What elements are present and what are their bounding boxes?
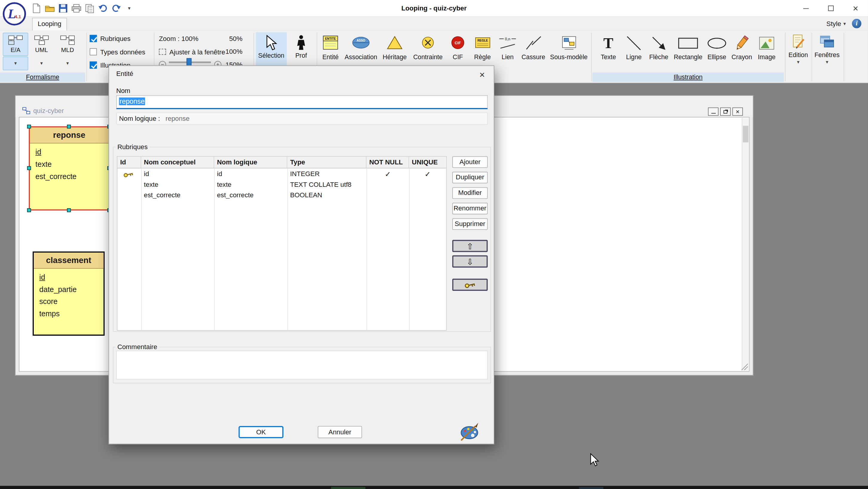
table-header-row: Id Nom conceptuel Nom logique Type NOT N… xyxy=(117,156,446,168)
formalism-ea-dropdown[interactable]: ▾ xyxy=(3,57,28,70)
move-down-button[interactable]: ⇩ xyxy=(452,255,488,267)
tool-entite[interactable]: ENTITE Entité xyxy=(319,33,341,67)
cancel-button[interactable]: Annuler xyxy=(318,426,362,438)
tool-fleche[interactable]: Flèche xyxy=(647,33,671,67)
nom-logique-field[interactable]: Nom logique : reponse xyxy=(116,112,488,125)
checkbox-rubriques[interactable]: Rubriques xyxy=(90,34,130,43)
selection-handle[interactable] xyxy=(27,166,31,170)
entity-reponse[interactable]: reponse id texte est_correcte xyxy=(29,126,110,211)
caret-icon: ▾ xyxy=(826,59,828,65)
scrollbar-thumb[interactable] xyxy=(743,126,748,143)
table-row[interactable]: est_correcte est_correcte BOOLEAN xyxy=(117,190,446,201)
tool-association-label: Association xyxy=(345,54,377,60)
cell-type: BOOLEAN xyxy=(287,190,367,201)
tool-sous-modele-label: Sous-modèle xyxy=(550,54,588,60)
entity-classement[interactable]: classement id date_partie score temps xyxy=(33,251,104,336)
nom-logique-value: reponse xyxy=(165,115,189,122)
cell-unique xyxy=(409,190,446,201)
tool-crayon-label: Crayon xyxy=(732,54,752,60)
modifier-button[interactable]: Modifier xyxy=(452,187,488,199)
formalism-mld-button[interactable]: MLD xyxy=(55,33,80,56)
tool-contrainte[interactable]: Contrainte xyxy=(410,33,446,67)
palette-icon[interactable] xyxy=(459,422,480,441)
dialog-close-button[interactable]: ✕ xyxy=(475,68,489,81)
checkbox-unchecked-icon xyxy=(90,48,97,55)
selection-handle[interactable] xyxy=(27,125,31,128)
image-icon xyxy=(757,33,776,54)
ok-button[interactable]: OK xyxy=(239,426,283,438)
dupliquer-button[interactable]: Dupliquer xyxy=(452,172,488,183)
tool-fenetres[interactable]: Fenêtres ▾ xyxy=(814,34,840,65)
entity-attribute: texte xyxy=(30,159,108,171)
tool-entite-label: Entité xyxy=(322,54,339,60)
renommer-button[interactable]: Renommer xyxy=(452,203,488,214)
svg-text:ENTITE: ENTITE xyxy=(325,37,336,40)
tool-edition[interactable]: Edition ▾ xyxy=(787,34,810,65)
maximize-button[interactable] xyxy=(818,0,843,17)
tool-ellipse[interactable]: Ellipse xyxy=(705,33,728,67)
checkbox-types-donnees[interactable]: Types données xyxy=(90,48,145,56)
tool-texte[interactable]: T Texte xyxy=(598,33,618,67)
formalism-uml-button[interactable]: UML xyxy=(29,33,54,56)
style-menu[interactable]: Style ▾ xyxy=(827,20,846,28)
selection-handle[interactable] xyxy=(67,125,71,128)
selection-handle[interactable] xyxy=(67,208,71,212)
doc-restore-button[interactable] xyxy=(720,108,731,116)
tool-selection[interactable]: Sélection xyxy=(256,32,287,69)
tool-association[interactable]: ASSO Association xyxy=(343,33,379,67)
minimize-icon xyxy=(803,8,809,9)
cell-not-null: ✓ xyxy=(367,169,409,179)
entity-attribute: id xyxy=(30,146,108,159)
entity-reponse-name: reponse xyxy=(30,127,108,143)
move-up-button[interactable]: ⇧ xyxy=(452,240,488,252)
table-row[interactable]: id id INTEGER ✓ ✓ xyxy=(117,169,446,179)
edition-icon xyxy=(791,34,805,51)
fit-to-window-button[interactable]: Ajuster à la fenêtre xyxy=(159,48,225,56)
close-button[interactable]: ✕ xyxy=(843,0,868,17)
tool-fenetres-label: Fenêtres xyxy=(814,51,840,58)
info-icon[interactable]: i xyxy=(852,19,861,28)
formalism-mld-dropdown[interactable]: ▾ xyxy=(55,57,80,70)
cell-type: INTEGER xyxy=(287,169,367,179)
nom-input[interactable]: reponse xyxy=(116,95,488,109)
tool-heritage-label: Héritage xyxy=(383,54,407,60)
cell-nom-conceptuel: id xyxy=(141,169,214,179)
tab-looping[interactable]: Looping xyxy=(32,18,67,30)
col-header-type: Type xyxy=(287,156,367,168)
zoom-slider-track[interactable] xyxy=(169,62,211,63)
doc-minimize-button[interactable] xyxy=(708,108,718,116)
tool-prof[interactable]: Prof xyxy=(288,32,314,69)
commentaire-textarea[interactable] xyxy=(116,351,488,379)
cell-not-null xyxy=(367,179,409,190)
tool-ligne[interactable]: Ligne xyxy=(623,33,644,67)
tool-lien[interactable]: 0,n Lien xyxy=(497,33,518,67)
tool-sous-modele[interactable]: Sous-modèle xyxy=(549,33,589,67)
association-icon: ASSO xyxy=(351,33,370,54)
tool-regle[interactable]: REGLE Règle xyxy=(470,33,495,67)
formalism-ea-button[interactable]: E/A xyxy=(3,33,28,56)
minimize-button[interactable] xyxy=(793,0,818,17)
tool-cassure[interactable]: Cassure xyxy=(519,33,548,67)
formalism-ea-label: E/A xyxy=(10,47,20,53)
cell-nom-logique: texte xyxy=(214,179,287,190)
tool-heritage[interactable]: Héritage xyxy=(380,33,409,67)
doc-close-button[interactable]: ✕ xyxy=(733,108,743,116)
set-key-button[interactable] xyxy=(452,279,488,291)
supprimer-button[interactable]: Supprimer xyxy=(452,218,488,230)
canvas-vertical-scrollbar[interactable] xyxy=(742,118,748,371)
table-row[interactable]: texte texte TEXT COLLATE utf8 xyxy=(117,179,446,190)
ajouter-button[interactable]: Ajouter xyxy=(452,156,488,168)
tool-image[interactable]: Image xyxy=(754,33,779,67)
resize-grip[interactable] xyxy=(741,364,748,370)
doc-minimize-icon xyxy=(711,113,716,114)
selection-handle[interactable] xyxy=(27,208,31,212)
caret-icon: ▾ xyxy=(66,60,69,66)
tool-rectangle[interactable]: Rectangle xyxy=(671,33,705,67)
tool-cif[interactable]: CIF CIF xyxy=(450,33,466,67)
tool-prof-label: Prof xyxy=(296,52,307,59)
caret-icon: ▾ xyxy=(797,59,799,65)
col-header-nom-logique: Nom logique xyxy=(214,156,287,168)
tool-crayon[interactable]: Crayon xyxy=(730,33,754,67)
formalism-uml-dropdown[interactable]: ▾ xyxy=(29,57,54,70)
caret-icon: ▾ xyxy=(40,60,43,66)
